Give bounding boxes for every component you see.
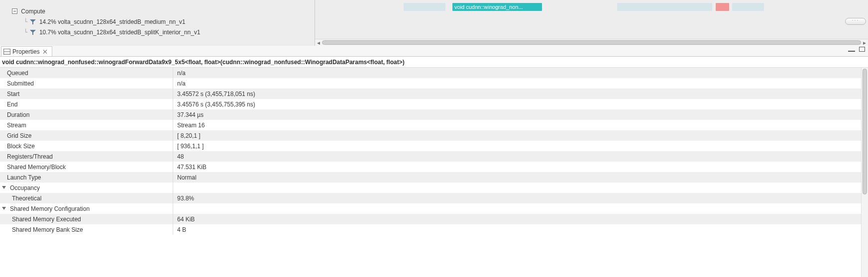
timeline-segment[interactable]: [617, 3, 712, 11]
scroll-right-icon[interactable]: ▸: [861, 39, 868, 46]
property-key-text: Shared Memory Bank Size: [12, 226, 83, 233]
property-row: StreamStream 16: [0, 120, 868, 130]
property-value: 47.531 KiB: [173, 164, 868, 171]
tree-child-label: 14.2% volta_scudnn_128x64_stridedB_mediu…: [39, 18, 186, 25]
property-row: Shared Memory Executed64 KiB: [0, 214, 868, 224]
property-row: Registers/Thread48: [0, 151, 868, 162]
property-value: [ 8,20,1 ]: [173, 132, 868, 139]
timeline-segment[interactable]: [716, 3, 729, 11]
property-value: 37.344 µs: [173, 111, 868, 118]
filter-icon: [30, 30, 36, 35]
view-tab-bar: Properties: [0, 46, 868, 57]
property-key: Shared Memory Bank Size: [0, 224, 173, 235]
minimize-icon[interactable]: [848, 47, 855, 52]
timeline-pane[interactable]: void cudnn::winograd_non... ◂ ▸: [315, 0, 868, 46]
scroll-thumb[interactable]: [322, 40, 861, 45]
property-group-row[interactable]: Occupancy: [0, 183, 868, 193]
property-key-text: Shared Memory Configuration: [10, 205, 90, 212]
property-key-text: Occupancy: [10, 185, 40, 191]
tab-properties[interactable]: Properties: [1, 46, 52, 56]
property-key-text: Theoretical: [12, 195, 41, 202]
property-key-text: Registers/Thread: [7, 153, 53, 160]
tree-row[interactable]: Compute: [0, 6, 315, 17]
tree-branch-icon: └: [24, 27, 27, 38]
property-key: Shared Memory Executed: [0, 214, 173, 224]
scroll-thumb[interactable]: [863, 69, 867, 194]
property-value: 48: [173, 153, 868, 160]
property-value: 64 KiB: [173, 216, 868, 223]
property-row: Shared Memory Bank Size4 B: [0, 224, 868, 235]
property-row: Theoretical93.8%: [0, 193, 868, 203]
property-key-text: Stream: [7, 122, 26, 129]
timeline-segment[interactable]: [732, 3, 764, 11]
property-row: End3.45576 s (3,455,755,395 ns): [0, 99, 868, 109]
filter-icon: [30, 19, 36, 24]
timeline-segment-label: void cudnn::winograd_non...: [454, 4, 523, 10]
property-row: Submittedn/a: [0, 78, 868, 89]
property-key: Duration: [0, 109, 173, 120]
property-key: Stream: [0, 120, 173, 130]
timeline-minimap-handle[interactable]: [845, 18, 866, 25]
property-row: Start3.45572 s (3,455,718,051 ns): [0, 89, 868, 99]
properties-v-scrollbar[interactable]: [861, 68, 868, 277]
timeline-segment-selected[interactable]: void cudnn::winograd_non...: [452, 3, 542, 11]
collapse-icon[interactable]: [12, 8, 17, 14]
property-value: Normal: [173, 174, 868, 181]
property-row: Shared Memory/Block47.531 KiB: [0, 162, 868, 172]
property-key: Shared Memory/Block: [0, 162, 173, 172]
properties-icon: [3, 49, 10, 55]
tree-row[interactable]: └ 14.2% volta_scudnn_128x64_stridedB_med…: [0, 17, 315, 27]
property-row: Launch TypeNormal: [0, 172, 868, 183]
property-value: Stream 16: [173, 122, 868, 129]
tree-parent-label: Compute: [21, 8, 45, 15]
property-value: n/a: [173, 80, 868, 87]
property-key: Block Size: [0, 141, 173, 151]
property-key-text: Duration: [7, 111, 29, 118]
property-key-text: Launch Type: [7, 174, 41, 181]
properties-table: Queuedn/aSubmittedn/aStart3.45572 s (3,4…: [0, 68, 868, 277]
property-key-text: Block Size: [7, 143, 35, 150]
property-row: Block Size[ 936,1,1 ]: [0, 141, 868, 151]
kernel-signature: void cudnn::winograd_nonfused::winogradF…: [0, 57, 868, 68]
view-controls: [848, 47, 865, 52]
property-key-text: Queued: [7, 70, 28, 77]
property-key: End: [0, 99, 173, 109]
property-value: 3.45572 s (3,455,718,051 ns): [173, 91, 868, 97]
top-split-pane: Compute └ 14.2% volta_scudnn_128x64_stri…: [0, 0, 868, 46]
property-key: Registers/Thread: [0, 151, 173, 162]
property-key: Occupancy: [0, 183, 173, 193]
property-value: [ 936,1,1 ]: [173, 143, 868, 150]
property-key: Theoretical: [0, 193, 173, 203]
timeline-segment[interactable]: [404, 3, 445, 11]
property-key: Grid Size: [0, 130, 173, 141]
property-key: Launch Type: [0, 172, 173, 183]
scroll-left-icon[interactable]: ◂: [315, 39, 322, 46]
tree-child-label: 10.7% volta_scudnn_128x64_stridedB_split…: [39, 29, 201, 36]
property-value: n/a: [173, 70, 868, 77]
property-key-text: End: [7, 101, 17, 108]
tree-branch-icon: └: [24, 17, 27, 27]
property-group-row[interactable]: Shared Memory Configuration: [0, 203, 868, 214]
property-key-text: Grid Size: [7, 132, 31, 139]
property-key-text: Shared Memory Executed: [12, 216, 81, 223]
property-key-text: Submitted: [7, 80, 34, 87]
kernel-tree[interactable]: Compute └ 14.2% volta_scudnn_128x64_stri…: [0, 0, 315, 46]
property-key-text: Shared Memory/Block: [7, 164, 66, 171]
property-key: Shared Memory Configuration: [0, 203, 173, 214]
property-row: Queuedn/a: [0, 68, 868, 78]
property-row: Duration37.344 µs: [0, 109, 868, 120]
property-value: 93.8%: [173, 195, 868, 202]
close-icon[interactable]: [43, 49, 48, 54]
property-row: Grid Size[ 8,20,1 ]: [0, 130, 868, 141]
chevron-down-icon[interactable]: [2, 207, 6, 210]
property-key: Submitted: [0, 78, 173, 89]
chevron-down-icon[interactable]: [2, 186, 6, 189]
property-value: 3.45576 s (3,455,755,395 ns): [173, 101, 868, 108]
property-key: Queued: [0, 68, 173, 78]
tab-label: Properties: [12, 48, 40, 55]
timeline-h-scrollbar[interactable]: ◂ ▸: [315, 39, 868, 46]
property-value: 4 B: [173, 226, 868, 233]
tree-row[interactable]: └ 10.7% volta_scudnn_128x64_stridedB_spl…: [0, 27, 315, 38]
property-key-text: Start: [7, 91, 19, 97]
maximize-icon[interactable]: [859, 47, 865, 52]
